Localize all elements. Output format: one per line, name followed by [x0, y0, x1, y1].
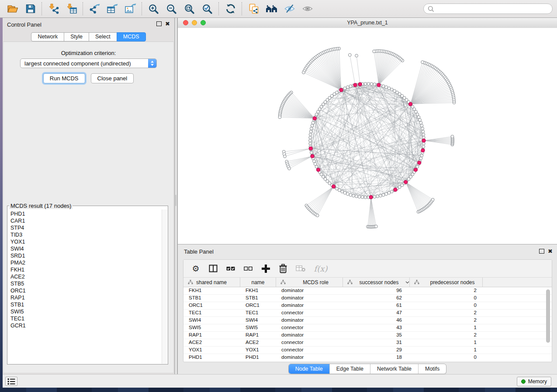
zoom-fit-button[interactable] — [180, 1, 198, 17]
import-network-button[interactable] — [45, 1, 62, 17]
zoom-out-button[interactable] — [163, 1, 180, 17]
table-row[interactable]: ACE2ACE2connector311 — [183, 339, 552, 347]
mcds-result-item[interactable]: ACE2 — [10, 273, 162, 280]
export-image-button[interactable] — [121, 1, 139, 17]
control-panel-tabs: NetworkStyleSelectMCDS — [3, 32, 174, 41]
hide-selected-button[interactable] — [280, 1, 298, 17]
tab-motifs[interactable]: Motifs — [418, 364, 446, 374]
mcds-result-item[interactable]: STP4 — [10, 224, 162, 231]
optimization-select[interactable]: largest connected component (undirected) — [20, 58, 157, 68]
table-settings-button[interactable]: ⚙ — [191, 263, 201, 274]
table-scrollbar-thumb[interactable] — [546, 289, 550, 343]
table-row[interactable]: STB1STB1dominator620 — [183, 295, 552, 302]
table-row[interactable]: SWI4SWI4dominator462 — [183, 317, 552, 324]
delete-table-button[interactable] — [296, 263, 305, 274]
close-panel-button[interactable]: Close panel — [91, 73, 134, 83]
network-leaf-nodes[interactable] — [278, 47, 456, 228]
table-cell: 1 — [410, 339, 483, 346]
memory-button[interactable]: Memory — [517, 377, 551, 386]
node-table-card: ⚙ — [183, 259, 552, 362]
column-header-name[interactable]: name — [240, 278, 276, 287]
clone-network-button[interactable] — [245, 1, 263, 17]
add-column-button[interactable] — [261, 263, 270, 274]
refresh-view-button[interactable] — [221, 1, 239, 17]
export-image-icon — [125, 3, 136, 14]
select-all-button[interactable] — [226, 263, 235, 274]
table-row[interactable]: PHD1PHD1dominator180 — [183, 354, 552, 361]
table-cell-filler — [483, 339, 552, 346]
tab-select[interactable]: Select — [89, 32, 117, 41]
tab-mcds[interactable]: MCDS — [117, 32, 146, 41]
tab-style[interactable]: Style — [64, 32, 89, 41]
float-table-panel-icon[interactable] — [539, 249, 544, 254]
network-canvas[interactable] — [178, 28, 557, 244]
optimization-label: Optimization criterion: — [3, 50, 173, 56]
splitter-handle-icon[interactable] — [175, 195, 176, 206]
mcds-result-item[interactable]: GCR1 — [10, 322, 162, 329]
column-header-mcds-role[interactable]: MCDS role — [276, 278, 343, 287]
save-session-button[interactable] — [21, 1, 39, 17]
table-row[interactable]: FKH1FKH1dominator962 — [183, 287, 552, 295]
deselect-all-button[interactable] — [243, 263, 253, 274]
table-cell: SWI4 — [240, 317, 276, 324]
mcds-result-item[interactable]: STB1 — [10, 301, 162, 308]
search-box[interactable] — [423, 3, 553, 14]
tab-network[interactable]: Network — [31, 32, 64, 41]
table-row[interactable]: SWI5SWI5connector431 — [183, 324, 552, 332]
zoom-in-button[interactable] — [145, 1, 163, 17]
table-cell: 2 — [410, 332, 483, 339]
mcds-result-item[interactable]: TID3 — [10, 231, 162, 238]
run-mcds-button[interactable]: Run MCDS — [43, 73, 85, 83]
export-network-button[interactable] — [86, 1, 104, 17]
search-input[interactable] — [437, 4, 552, 13]
import-table-button[interactable] — [62, 1, 80, 17]
mcds-result-item[interactable]: PHD1 — [10, 210, 162, 217]
mcds-result-item[interactable]: ORC1 — [10, 287, 162, 294]
mcds-result-item[interactable]: RAP1 — [10, 294, 162, 301]
table-cell: connector — [276, 324, 343, 331]
mcds-result-item[interactable]: FKH1 — [10, 266, 162, 273]
export-table-button[interactable] — [104, 1, 121, 17]
mcds-result-item[interactable]: YOX1 — [10, 238, 162, 245]
function-builder-button[interactable]: f(x) — [313, 263, 328, 274]
mcds-result-scrollbar[interactable] — [162, 210, 167, 364]
mcds-result-item[interactable]: CAR1 — [10, 217, 162, 224]
open-file-button[interactable] — [3, 1, 21, 17]
mcds-result-item[interactable]: SWI4 — [10, 245, 162, 252]
table-row[interactable]: YOX1YOX1connector291 — [183, 347, 552, 354]
zoom-selected-button[interactable] — [198, 1, 216, 17]
table-row[interactable]: ORC1ORC1dominator610 — [183, 302, 552, 309]
table-cell-filler — [483, 309, 552, 316]
column-header-predecessor-nodes[interactable]: predecessor nodes — [410, 278, 483, 287]
table-cell: 31 — [343, 339, 410, 346]
toolbar-separator — [242, 2, 242, 15]
mcds-result-item[interactable]: SRD1 — [10, 252, 162, 259]
table-cell-filler — [483, 302, 552, 309]
tab-edge-table[interactable]: Edge Table — [329, 364, 370, 374]
gear-icon: ⚙ — [192, 264, 199, 273]
table-scrollbar[interactable] — [546, 288, 550, 354]
column-header-successor-nodes[interactable]: successor nodes — [343, 278, 410, 287]
task-history-button[interactable] — [5, 377, 17, 386]
tab-node-table[interactable]: Node Table — [289, 364, 329, 374]
mcds-result-item[interactable]: TEC1 — [10, 315, 162, 322]
table-cell: dominator — [276, 332, 343, 339]
network-window-titlebar[interactable]: YPA_prune.txt_1 — [178, 18, 557, 28]
mcds-result-list[interactable]: PHD1CAR1STP4TID3YOX1SWI4SRD1PMA2FKH1ACE2… — [8, 210, 162, 364]
mcds-result-item[interactable]: PMA2 — [10, 259, 162, 266]
show-all-button[interactable] — [298, 1, 316, 17]
mcds-result-item[interactable]: SWI5 — [10, 308, 162, 315]
close-table-panel-icon[interactable]: ✖ — [548, 249, 553, 254]
close-panel-icon[interactable]: ✖ — [165, 22, 170, 26]
tab-network-table[interactable]: Network Table — [370, 364, 418, 374]
column-header-shared-name[interactable]: shared name — [183, 278, 240, 287]
delete-column-button[interactable] — [278, 263, 288, 274]
mcds-result-item[interactable]: STB5 — [10, 280, 162, 287]
float-panel-icon[interactable] — [156, 21, 162, 26]
table-cell: PHD1 — [240, 354, 276, 361]
table-row[interactable]: TEC1TEC1connector472 — [183, 309, 552, 317]
table-cell-filler — [483, 354, 552, 361]
toggle-columns-button[interactable] — [208, 263, 218, 274]
table-row[interactable]: RAP1RAP1dominator352 — [183, 332, 552, 339]
first-neighbors-button[interactable] — [263, 1, 280, 17]
